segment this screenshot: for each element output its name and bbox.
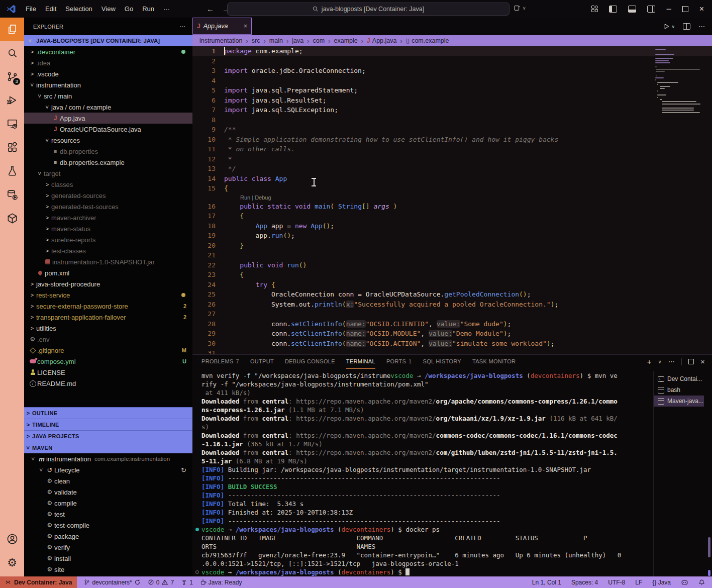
menu-···[interactable]: ··· [159,5,174,13]
panel-more-icon[interactable]: ⋯ [668,358,675,365]
code-line-7[interactable]: 7import java.sql.SQLException; [192,105,712,115]
tree-item-.idea[interactable]: >.idea [24,57,192,68]
section-header-outline[interactable]: >OUTLINE [24,407,192,419]
code-line-15[interactable]: 15{ [192,183,712,193]
menu-file[interactable]: File [21,5,41,13]
maven-item-verify[interactable]: ⚙verify [24,542,192,553]
activity-run-debug[interactable] [0,88,24,112]
terminal-tab-maven-java-[interactable]: Maven-java... [654,396,704,407]
code-line-2[interactable]: 2 [192,56,712,66]
breadcrumb-item-app.java[interactable]: JApp.java [367,37,396,44]
panel-tab-terminal[interactable]: TERMINAL [346,355,375,369]
editor-more-icon[interactable]: ⋯ [698,23,705,30]
tree-item-generated-test-sources[interactable]: >generated-test-sources [24,201,192,212]
menu-go[interactable]: Go [120,5,138,13]
activity-remote-explorer[interactable] [0,112,24,136]
tree-item-instrumentation[interactable]: >instrumentation [24,79,192,90]
tree-item-classes[interactable]: >classes [24,179,192,190]
panel-tab-sql-history[interactable]: SQL HISTORY [423,355,461,368]
activity-source-control[interactable]: 3 [0,65,24,88]
code-line-3[interactable]: 3import oracle.jdbc.OracleConnection; [192,66,712,76]
code-line-4[interactable]: 4 [192,76,712,86]
tree-item-license[interactable]: LICENSE [24,367,192,378]
status-ln-1-col-1[interactable]: Ln 1, Col 1 [532,579,561,586]
terminal-tab-bash[interactable]: bash [654,384,704,396]
tree-item-.vscode[interactable]: >.vscode [24,68,192,79]
code-line-31[interactable]: 31 [192,348,712,354]
code-line-8[interactable]: 8 [192,115,712,125]
tree-item-maven-archiver[interactable]: >maven-archiver [24,212,192,223]
maven-item-instrumentation[interactable]: >minstrumentationcom.example:instrumenta… [24,453,192,464]
copilot-menu[interactable]: ∨ [514,5,526,12]
breadcrumb-item-com[interactable]: com [313,37,325,44]
activity-database[interactable] [0,183,24,207]
maven-item-validate[interactable]: ⚙validate [24,486,192,498]
tree-item-instrumentation-1.0-snapshot.jar[interactable]: instrumentation-1.0-SNAPSHOT.jar [24,256,192,267]
maven-item-clean[interactable]: ⚙clean [24,475,192,486]
terminal-dropdown-icon[interactable]: ∨ [658,359,662,364]
code-line-29[interactable]: 29 conn.setClientInfo(name:"OCSID.MODULE… [192,329,712,339]
panel-tab-problems[interactable]: PROBLEMS7 [201,355,239,368]
tree-item-.env[interactable]: ⚙.env [24,334,192,345]
tree-item-maven-status[interactable]: >maven-status [24,223,192,234]
activity-testing[interactable] [0,159,24,183]
status-utf-8[interactable]: UTF-8 [608,579,625,586]
settings-gear-icon[interactable]: ⚙ [0,551,24,574]
tree-item-readme.md[interactable]: iREADME.md [24,378,192,389]
nav-arrows[interactable]: ←→ [207,5,230,13]
maximize-panel-icon[interactable] [688,359,694,364]
tree-item-test-classes[interactable]: >test-classes [24,245,192,256]
code-line-18[interactable]: 18 App app = new App(); [192,221,712,231]
maven-item-lifecycle[interactable]: >↺Lifecycle↻ [24,464,192,475]
copilot-status-icon[interactable] [681,579,688,586]
code-line-22[interactable]: 22 public void run() [192,260,712,270]
code-line-9[interactable]: 9/** [192,125,712,135]
panel-tab-ports[interactable]: PORTS1 [386,355,412,368]
command-decoration[interactable] [195,570,199,574]
codelens[interactable]: Run | Debug [192,193,712,202]
project-section-header[interactable]: > JAVA-BLOGPOSTS [DEV CONTAINER: JAVA] [24,35,192,46]
code-line-14[interactable]: 14public class App [192,174,712,184]
toggle-sidebar-icon[interactable] [609,6,617,13]
command-center-search[interactable]: java-blogposts [Dev Container: Java] [227,3,510,16]
refresh-icon[interactable]: ↻ [181,466,186,474]
status-lf[interactable]: LF [635,579,642,586]
code-line-10[interactable]: 10 * Simple application demonstrating ho… [192,135,712,145]
tree-item-target[interactable]: >target [24,168,192,179]
terminal-output[interactable]: mvn verify -f "/workspaces/java-blogpost… [192,371,661,577]
code-line-19[interactable]: 19 app.run(); [192,231,712,241]
breadcrumb-item-main[interactable]: main [269,37,283,44]
tab-close-icon[interactable]: × [244,23,247,30]
customize-layout-icon[interactable] [591,6,598,12]
tree-item-java-com-example[interactable]: >java / com / example [24,102,192,113]
menu-run[interactable]: Run [138,5,159,13]
section-header-timeline[interactable]: >TIMELINE [24,419,192,430]
tab-app-java[interactable]: J App.java × [192,18,252,35]
tree-item-secure-external-password-store[interactable]: >secure-external-password-store2 [24,301,192,312]
explorer-more-icon[interactable]: ⋯ [180,23,185,30]
minimap[interactable] [653,46,709,137]
toggle-secondary-sidebar-icon[interactable] [647,6,655,13]
tree-item-resources[interactable]: >resources [24,135,192,146]
breadcrumb-item-src[interactable]: src [252,37,260,44]
account-icon[interactable] [0,527,24,551]
code-line-27[interactable]: 27 [192,309,712,319]
close-button[interactable]: × [699,5,704,14]
notifications-bell-icon[interactable] [698,579,705,586]
code-line-23[interactable]: 23 { [192,270,712,280]
code-editor[interactable]: 1package com.example;23import oracle.jdb… [192,46,712,354]
problems-status[interactable]: 0 7 [148,579,174,586]
panel-tab-debug-console[interactable]: DEBUG CONSOLE [285,355,335,368]
terminal-scrollbar[interactable] [707,371,711,577]
ports-status[interactable]: 1 [181,579,193,586]
back-icon[interactable]: ← [207,5,214,13]
code-line-16[interactable]: 16 public static void main( String[] arg… [192,202,712,212]
status-spaces-4[interactable]: Spaces: 4 [571,579,598,586]
code-line-30[interactable]: 30 conn.setClientInfo(name:"OCSID.ACTION… [192,339,712,349]
tree-item-db.properties[interactable]: ≡db.properties [24,146,192,157]
activity-search[interactable] [0,41,24,65]
code-line-6[interactable]: 6import java.sql.ResultSet; [192,95,712,106]
section-header-java-projects[interactable]: >JAVA PROJECTS [24,430,192,442]
code-line-20[interactable]: 20 } [192,241,712,251]
tree-item-utilities[interactable]: >utilities [24,323,192,334]
